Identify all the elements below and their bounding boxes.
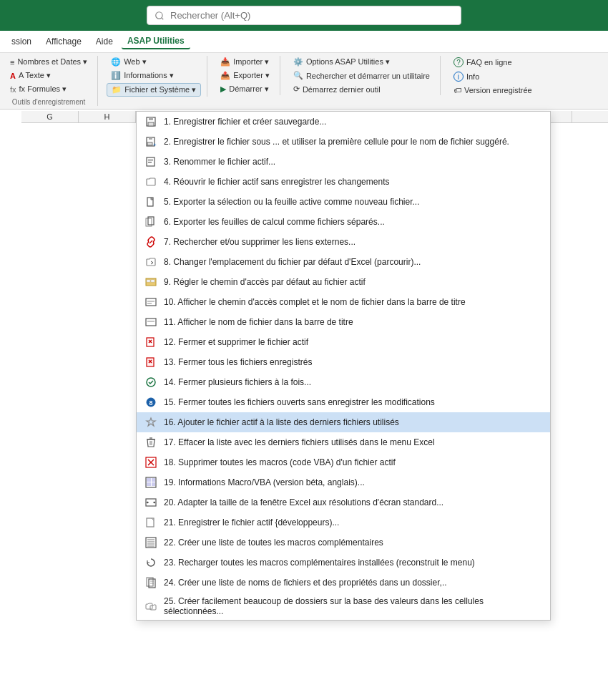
list-addins-icon <box>144 536 158 549</box>
menu-option-12[interactable]: 12. Fermer et supprimer le fichier actif <box>137 332 550 352</box>
ribbon-btn-texte[interactable]: A A Texte ▾ <box>6 69 92 82</box>
svg-rect-37 <box>147 478 151 482</box>
menu-option-10[interactable]: 10. Afficher le chemin d'accès complet e… <box>137 292 550 312</box>
save-as-icon: + <box>144 135 158 148</box>
ribbon-btn-informations[interactable]: ℹ️ Informations ▾ <box>107 69 201 82</box>
ribbon: ≡ Nombres et Dates ▾ A A Texte ▾ fx fx F… <box>0 53 608 110</box>
menu-option-label-5: 5. Exporter la sélection ou la feuille a… <box>164 197 543 207</box>
menu-item-sion[interactable]: ssion <box>6 34 37 49</box>
menu-option-label-17: 17. Effacer la liste avec les derniers f… <box>164 437 543 447</box>
menu-item-aide[interactable]: Aide <box>90 34 119 49</box>
menu-option-22[interactable]: 22. Créer une liste de toutes les macros… <box>137 533 550 553</box>
menu-option-4[interactable]: 4. Réouvrir le fichier actif sans enregi… <box>137 172 550 192</box>
search-input[interactable] <box>147 6 461 25</box>
menu-option-25[interactable]: 25. Créer facilement beaucoup de dossier… <box>137 593 550 620</box>
window-resize-icon <box>144 496 158 509</box>
menu-option-label-16: 16. Ajouter le fichier actif à la liste … <box>164 417 543 427</box>
menu-option-label-4: 4. Réouvrir le fichier actif sans enregi… <box>164 177 543 187</box>
menu-option-21[interactable]: 21. Enregistrer le fichier actif {dévelo… <box>137 512 550 533</box>
list-files-icon <box>144 576 158 589</box>
menu-option-19[interactable]: 19. Informations Macro/VBA (version béta… <box>137 472 550 492</box>
menu-option-3[interactable]: 3. Renommer le fichier actif... <box>137 152 550 172</box>
svg-rect-2 <box>148 122 154 126</box>
ribbon-btn-web[interactable]: 🌐 Web ▾ <box>107 56 201 68</box>
last-tool-icon: ⟳ <box>293 84 300 94</box>
ribbon-btn-fichier-systeme[interactable]: 📁 Fichier et Système ▾ <box>107 83 201 97</box>
menu-option-11[interactable]: 11. Afficher le nom de fichier dans la b… <box>137 312 550 332</box>
menu-option-6[interactable]: 6. Exporter les feuilles de calcul comme… <box>137 212 550 232</box>
svg-rect-16 <box>151 280 155 282</box>
path-icon <box>144 276 158 288</box>
ribbon-btn-demarrer[interactable]: ▶ Démarrer ▾ <box>216 83 274 95</box>
menu-option-2[interactable]: +2. Enregistrer le fichier sous ... et u… <box>137 132 550 152</box>
ribbon-btn-version[interactable]: 🏷 Version enregistrée <box>449 84 536 96</box>
question-icon: ? <box>453 57 464 67</box>
gear-icon: ⚙️ <box>293 57 303 67</box>
menu-option-16[interactable]: 16. Ajouter le fichier actif à la liste … <box>137 412 550 432</box>
delete-file-icon <box>144 336 158 349</box>
menu-option-8[interactable]: 8. Changer l'emplacement du fichier par … <box>137 252 550 272</box>
menu-option-9[interactable]: 9. Régler le chemin d'accès par défaut a… <box>137 272 550 292</box>
ribbon-btn-formules[interactable]: fx fx Formules ▾ <box>6 83 92 95</box>
menu-option-label-19: 19. Informations Macro/VBA (version béta… <box>164 477 543 487</box>
macro-info-icon <box>144 476 158 489</box>
svg-rect-8 <box>148 160 153 160</box>
menu-bar: ssion Affichage Aide ASAP Utilities <box>0 31 608 53</box>
menu-option-20[interactable]: 20. Adapter la taille de la fenêtre Exce… <box>137 492 550 512</box>
svg-text:8: 8 <box>149 399 153 407</box>
menu-option-1[interactable]: 1. Enregistrer fichier et créer sauvegar… <box>137 112 550 132</box>
menu-option-label-18: 18. Supprimer toutes les macros (code VB… <box>164 457 543 467</box>
menu-option-14[interactable]: 14. Fermer plusieurs fichiers à la fois.… <box>137 372 550 392</box>
ribbon-btn-faq[interactable]: ? FAQ en ligne <box>449 56 536 69</box>
version-icon: 🏷 <box>453 86 461 94</box>
ribbon-btn-options[interactable]: ⚙️ Options ASAP Utilities ▾ <box>289 56 434 68</box>
export-sheets-icon <box>144 215 158 228</box>
formula-icon: fx <box>10 85 16 94</box>
svg-rect-17 <box>146 298 156 306</box>
menu-option-23[interactable]: 23. Recharger toutes les macros compléme… <box>137 553 550 573</box>
col-header-g: G <box>21 111 79 122</box>
menu-option-label-22: 22. Créer une liste de toutes les macros… <box>164 538 543 548</box>
close-no-save-icon: 8 <box>144 396 158 409</box>
create-folders-icon <box>144 600 158 613</box>
menu-option-label-6: 6. Exporter les feuilles de calcul comme… <box>164 217 543 227</box>
export-file-icon <box>144 195 158 208</box>
close-multiple-icon <box>144 376 158 389</box>
save-icon <box>144 115 158 128</box>
menu-option-5[interactable]: 5. Exporter la sélection ou la feuille a… <box>137 192 550 212</box>
display-path-icon <box>144 296 158 308</box>
svg-rect-38 <box>152 478 155 482</box>
menu-option-label-10: 10. Afficher le chemin d'accès complet e… <box>164 297 543 307</box>
ribbon-btn-exporter[interactable]: 📤 Exporter ▾ <box>216 69 274 82</box>
menu-option-13[interactable]: 13. Fermer tous les fichiers enregistrés <box>137 352 550 372</box>
ribbon-btn-info[interactable]: i Info <box>449 70 536 83</box>
search-start-icon: 🔍 <box>293 71 303 80</box>
menu-option-label-8: 8. Changer l'emplacement du fichier par … <box>164 257 543 267</box>
svg-rect-1 <box>149 117 153 120</box>
delete-macro-icon <box>144 456 158 469</box>
ribbon-btn-nombres-dates[interactable]: ≡ Nombres et Dates ▾ <box>6 56 92 68</box>
ribbon-btn-rechercher-demarrer[interactable]: 🔍 Rechercher et démarrer un utilitaire <box>289 69 434 82</box>
menu-option-label-2: 2. Enregistrer le fichier sous ... et ut… <box>164 137 543 147</box>
menu-item-affichage[interactable]: Affichage <box>40 34 87 49</box>
col-header-h: H <box>79 111 136 122</box>
menu-option-15[interactable]: 815. Fermer toutes les fichiers ouverts … <box>137 392 550 412</box>
menu-option-label-20: 20. Adapter la taille de la fenêtre Exce… <box>164 497 543 507</box>
rename-icon <box>144 155 158 168</box>
menu-option-18[interactable]: 18. Supprimer toutes les macros (code VB… <box>137 452 550 472</box>
ribbon-btn-importer[interactable]: 📥 Importer ▾ <box>216 56 274 68</box>
svg-line-13 <box>149 240 152 243</box>
menu-option-label-24: 24. Créer une liste de noms de fichiers … <box>164 578 543 588</box>
menu-option-7[interactable]: 7. Rechercher et/ou supprimer les liens … <box>137 232 550 252</box>
menu-item-asap[interactable]: ASAP Utilities <box>122 34 190 49</box>
menu-option-17[interactable]: 17. Effacer la liste avec les derniers f… <box>137 432 550 452</box>
folder-change-icon <box>144 256 158 268</box>
info-circle-icon: ℹ️ <box>111 71 121 80</box>
menu-option-24[interactable]: 24. Créer une liste de noms de fichiers … <box>137 573 550 593</box>
link-icon <box>144 235 158 248</box>
export-icon: 📤 <box>220 71 230 80</box>
close-all-saved-icon <box>144 356 158 369</box>
folder-icon: 📁 <box>112 85 122 94</box>
ribbon-btn-demarrez-dernier[interactable]: ⟳ Démarrez dernier outil <box>289 83 434 95</box>
web-icon: 🌐 <box>111 57 121 67</box>
